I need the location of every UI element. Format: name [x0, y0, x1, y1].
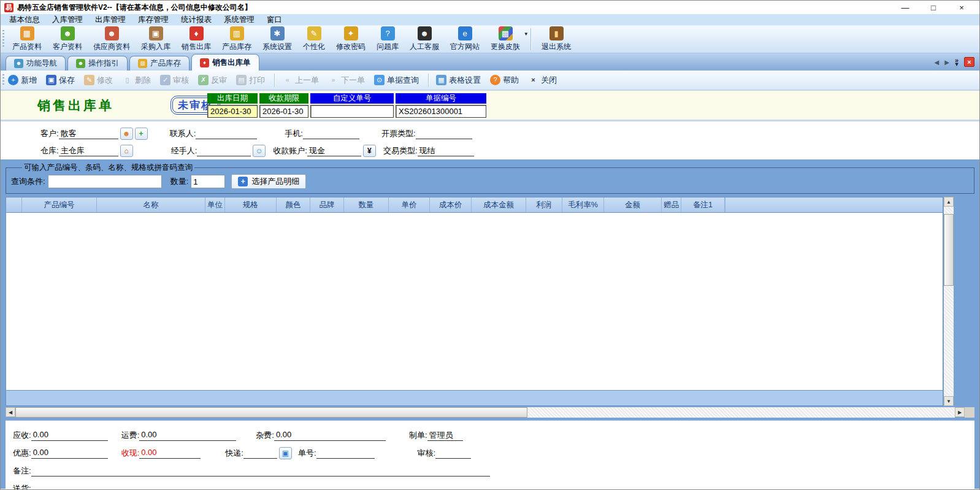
menu-item-6[interactable]: 系统管理 — [218, 15, 261, 25]
order-meta-value[interactable]: XS202601300001 — [396, 105, 486, 118]
pick-express-button[interactable]: ▣ — [279, 447, 292, 459]
contact-field[interactable] — [196, 128, 257, 139]
discount-field[interactable]: 0.00 — [31, 448, 108, 459]
remark-field[interactable] — [31, 465, 490, 477]
close-doc-button[interactable]: ×关闭 — [528, 75, 557, 86]
restore-button[interactable]: □ — [919, 3, 947, 12]
grid-totals-row — [6, 390, 943, 406]
misc-fee-field[interactable]: 0.00 — [274, 430, 386, 441]
qty-input[interactable] — [191, 175, 225, 188]
order-meta-value[interactable]: 2026-01-30 — [207, 105, 258, 118]
column-header-amount[interactable]: 金额 — [604, 197, 662, 212]
select-product-button[interactable]: + 选择产品明细 — [231, 174, 306, 189]
scroll-tabs-left-icon[interactable]: ◀ — [934, 59, 939, 66]
column-header-price[interactable]: 单价 — [389, 197, 430, 212]
add-button[interactable]: +新增 — [8, 75, 37, 86]
menu-item-1[interactable]: 基本信息 — [3, 15, 46, 25]
vertical-scrollbar[interactable]: ▲ ▼ — [944, 197, 954, 406]
menu-item-3[interactable]: 出库管理 — [89, 15, 132, 25]
column-header-unit[interactable]: 单位 — [205, 197, 225, 212]
horizontal-scroll-thumb[interactable] — [15, 407, 527, 418]
order-meta-header: 单据编号 — [396, 93, 486, 104]
personalize-button[interactable]: ✎个性化 — [297, 26, 331, 53]
save-button[interactable]: ▣保存 — [46, 75, 75, 86]
receivable-field[interactable]: 0.00 — [31, 430, 108, 441]
sales-out-button[interactable]: ♦销售出库 — [176, 26, 216, 53]
scroll-right-icon[interactable]: ▶ — [955, 407, 965, 417]
pick-handler-button[interactable]: ☺ — [253, 145, 266, 157]
column-header-remark1[interactable]: 备注1 — [681, 197, 725, 212]
pick-warehouse-button[interactable]: ⌂ — [120, 145, 133, 157]
column-header-margin[interactable]: 毛利率% — [562, 197, 604, 212]
exit-label: 退出系统 — [542, 42, 571, 52]
horizontal-scrollbar[interactable]: ◀ ▶ — [6, 407, 974, 418]
freight-field[interactable]: 0.00 — [139, 430, 236, 441]
query-button[interactable]: ⊙单据查询 — [374, 75, 419, 86]
column-header-rownum[interactable] — [6, 197, 22, 212]
system-settings-button[interactable]: ✱系统设置 — [257, 26, 297, 53]
order-meta-value[interactable]: 2026-01-30 — [259, 105, 308, 118]
customer-field[interactable]: 散客 — [59, 128, 118, 139]
faq-button[interactable]: ?问题库 — [371, 26, 404, 53]
tracking-no-field[interactable] — [316, 448, 375, 459]
tab-sales-order[interactable]: ♦销售出库单 — [191, 54, 259, 71]
column-header-product_no[interactable]: 产品编号 — [22, 197, 97, 212]
warehouse-field[interactable]: 主仓库 — [59, 145, 118, 156]
column-header-spec[interactable]: 规格 — [225, 197, 277, 212]
minimize-button[interactable]: — — [891, 3, 919, 12]
grid-settings-label: 表格设置 — [449, 75, 481, 86]
express-field[interactable] — [243, 448, 277, 459]
grid-settings-button[interactable]: ▦表格设置 — [436, 75, 481, 86]
column-header-profit[interactable]: 利润 — [526, 197, 562, 212]
product-info-button[interactable]: ▦产品资料 — [7, 26, 47, 53]
change-password-button[interactable]: ✦修改密码 — [331, 26, 371, 53]
currency-button[interactable]: ¥ — [363, 145, 376, 157]
exit-button[interactable]: ▮退出系统 — [536, 26, 576, 53]
column-header-gift[interactable]: 赠品 — [662, 197, 681, 212]
help-button[interactable]: ?帮助 — [490, 75, 519, 86]
menu-bar: 基本信息入库管理出库管理库存管理统计报表系统管理窗口 — [1, 14, 979, 26]
tab-stock[interactable]: ▥产品库存 — [129, 56, 189, 71]
menu-item-2[interactable]: 入库管理 — [46, 15, 89, 25]
support-button[interactable]: ☻人工客服 — [404, 26, 445, 53]
handler-field[interactable] — [197, 145, 251, 156]
column-header-cost_amount[interactable]: 成本金额 — [472, 197, 526, 212]
website-button[interactable]: e官方网站 — [445, 26, 485, 53]
close-tab-button[interactable]: × — [964, 57, 974, 67]
customer-info-button[interactable]: ☻客户资料 — [47, 26, 88, 53]
menu-item-7[interactable]: 窗口 — [261, 15, 288, 25]
product-stock-button[interactable]: ▥产品库存 — [216, 26, 257, 53]
purchase-in-button[interactable]: ▣采购入库 — [136, 26, 176, 53]
tab-guide[interactable]: ☻操作指引 — [67, 56, 128, 71]
dropdown-arrow-icon[interactable]: ▾ — [524, 31, 527, 37]
scroll-left-icon[interactable]: ◀ — [6, 407, 15, 417]
vertical-scroll-thumb[interactable] — [944, 214, 954, 286]
supplier-info-button[interactable]: ☻供应商资料 — [88, 26, 136, 53]
cash-received-field[interactable]: 0.00 — [139, 448, 201, 459]
mobile-field[interactable] — [303, 128, 359, 139]
pick-customer-button[interactable]: ☻ — [120, 128, 133, 140]
invoice-type-field[interactable] — [416, 128, 472, 139]
scroll-up-icon[interactable]: ▲ — [944, 197, 954, 207]
scroll-down-icon[interactable]: ▼ — [944, 396, 954, 406]
tab-list-icon[interactable]: »▾ — [955, 58, 959, 66]
menu-item-4[interactable]: 库存管理 — [132, 15, 175, 25]
skin-button[interactable]: ▩更换皮肤▾ — [485, 26, 526, 53]
delivery-field[interactable] — [31, 483, 215, 490]
column-header-brand[interactable]: 品牌 — [310, 197, 344, 212]
menu-item-5[interactable]: 统计报表 — [175, 15, 218, 25]
column-header-name[interactable]: 名称 — [97, 197, 205, 212]
vertical-scroll-track[interactable] — [944, 207, 954, 396]
column-header-qty[interactable]: 数量 — [344, 197, 389, 212]
column-header-color[interactable]: 颜色 — [277, 197, 310, 212]
column-header-cost[interactable]: 成本价 — [430, 197, 472, 212]
order-meta-value[interactable] — [310, 105, 394, 118]
scroll-tabs-right-icon[interactable]: ▶ — [944, 59, 949, 66]
tab-nav[interactable]: ☻功能导航 — [6, 56, 66, 71]
trade-type-field[interactable]: 现结 — [418, 145, 474, 156]
query-input[interactable] — [48, 175, 162, 188]
add-customer-button[interactable]: + — [135, 128, 148, 140]
horizontal-scroll-track[interactable] — [527, 407, 955, 418]
close-button[interactable]: × — [947, 3, 976, 12]
account-field[interactable]: 现金 — [307, 145, 361, 156]
